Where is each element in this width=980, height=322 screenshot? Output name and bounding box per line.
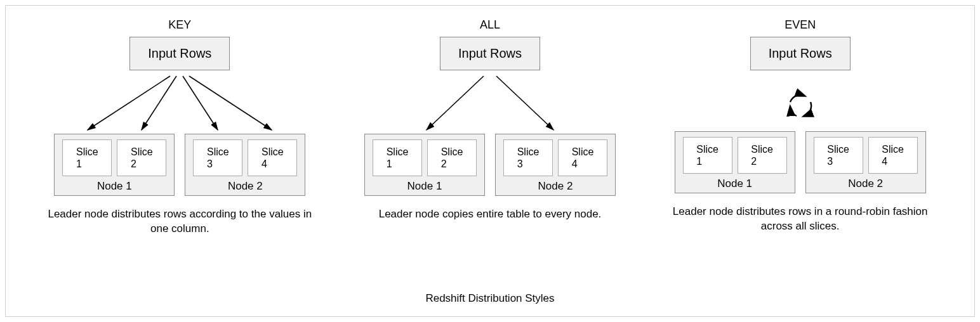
column-title: KEY (168, 18, 191, 32)
node-box-1: Slice1 Slice2 Node 1 (675, 131, 795, 193)
input-rows-box: Input Rows (129, 37, 230, 70)
svg-line-5 (496, 76, 553, 130)
slice-box: Slice1 (62, 139, 112, 176)
svg-line-1 (142, 76, 176, 130)
slice-box: Slice1 (683, 137, 732, 174)
node-box-2: Slice3 Slice4 Node 2 (805, 131, 926, 193)
input-rows-box: Input Rows (750, 37, 851, 70)
node-label: Node 2 (848, 177, 883, 190)
node-label: Node 2 (538, 180, 573, 193)
node-box-1: Slice1 Slice2 Node 1 (54, 134, 175, 196)
slice-box: Slice2 (738, 137, 787, 174)
svg-line-0 (88, 76, 170, 130)
node-label: Node 1 (407, 180, 442, 193)
input-rows-box: Input Rows (440, 37, 540, 70)
arrows-key (53, 73, 307, 136)
slice-box: Slice3 (814, 137, 863, 174)
arrows-all (363, 73, 617, 136)
column-title: ALL (480, 18, 500, 32)
column-title: EVEN (785, 18, 816, 32)
node-label: Node 1 (717, 177, 752, 190)
column-description: Leader node copies entire table to every… (379, 207, 602, 222)
column-description: Leader node distributes rows according t… (46, 207, 313, 236)
diagrams-container: KEY Input Rows Slice1 Slice2 (6, 6, 974, 236)
nodes-row: Slice1 Slice2 Node 1 Slice3 Slice4 Node … (54, 134, 305, 196)
column-key: KEY Input Rows Slice1 Slice2 (25, 18, 335, 236)
svg-line-2 (183, 76, 218, 130)
slice-box: Slice1 (373, 139, 422, 176)
node-label: Node 2 (228, 180, 263, 193)
column-description: Leader node distributes rows in a round-… (667, 205, 934, 234)
slices-row: Slice1 Slice2 (60, 139, 169, 176)
slice-box: Slice2 (117, 139, 166, 176)
slices-row: Slice3 Slice4 (190, 139, 300, 176)
node-box-2: Slice3 Slice4 Node 2 (495, 134, 616, 196)
diagram-caption: Redshift Distribution Styles (6, 292, 974, 305)
node-label: Node 1 (97, 180, 132, 193)
column-all: ALL Input Rows Slice1 Slice2 Node 1 (335, 18, 646, 236)
diagram-frame: KEY Input Rows Slice1 Slice2 (5, 5, 975, 317)
svg-line-4 (427, 76, 484, 130)
node-box-1: Slice1 Slice2 Node 1 (364, 134, 485, 196)
slice-box: Slice4 (868, 137, 918, 174)
slices-row: Slice1 Slice2 (370, 139, 479, 176)
slices-row: Slice1 Slice2 (680, 137, 790, 174)
round-robin-icon (781, 77, 819, 132)
nodes-row: Slice1 Slice2 Node 1 Slice3 Slice4 Node … (364, 134, 616, 196)
slice-box: Slice3 (503, 139, 553, 176)
slices-row: Slice3 Slice4 (501, 139, 610, 176)
slices-row: Slice3 Slice4 (811, 137, 920, 174)
svg-line-3 (189, 76, 272, 130)
slice-box: Slice4 (558, 139, 607, 176)
slice-box: Slice2 (427, 139, 477, 176)
slice-box: Slice4 (248, 139, 297, 176)
node-box-2: Slice3 Slice4 Node 2 (185, 134, 305, 196)
column-even: EVEN Input Rows Slice1 Sl (645, 18, 955, 236)
slice-box: Slice3 (193, 139, 242, 176)
nodes-row: Slice1 Slice2 Node 1 Slice3 Slice4 Node … (675, 131, 926, 193)
